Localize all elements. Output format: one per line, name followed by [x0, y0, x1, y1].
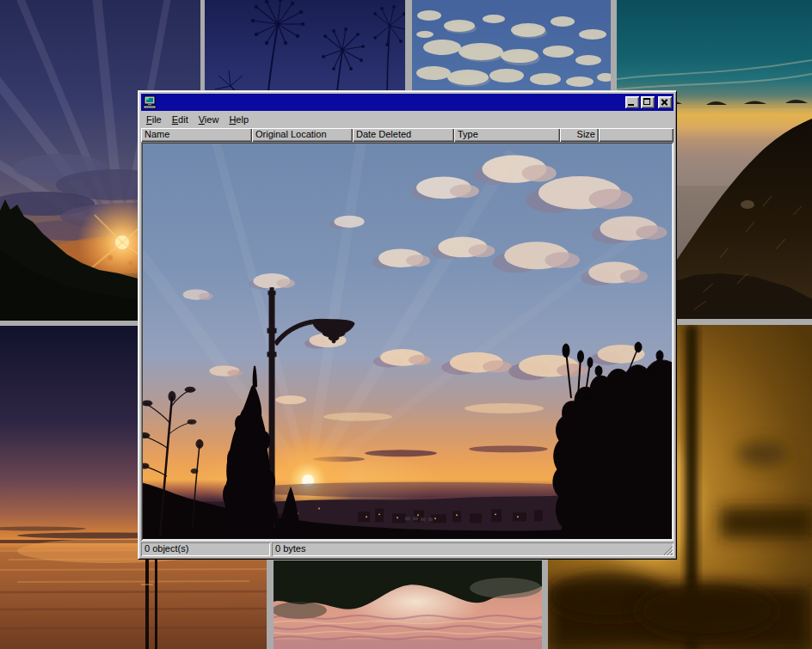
minimize-icon: [628, 104, 634, 106]
close-button[interactable]: [658, 96, 672, 108]
wallpaper-photo-water-reflections: [274, 560, 542, 649]
recycle-bin-window: File Edit View Help Name Original Locati…: [138, 90, 677, 560]
menu-file[interactable]: File: [141, 113, 167, 126]
column-header-filler: [599, 128, 674, 142]
listview-background-photo: [143, 144, 672, 539]
column-header-original-location[interactable]: Original Location: [252, 128, 353, 142]
title-bar[interactable]: [141, 94, 674, 111]
menu-view[interactable]: View: [194, 113, 225, 126]
menu-edit[interactable]: Edit: [167, 113, 194, 126]
column-header-type[interactable]: Type: [454, 128, 560, 142]
menu-bar: File Edit View Help: [141, 112, 674, 127]
menu-help[interactable]: Help: [224, 113, 254, 126]
resize-grip[interactable]: [662, 545, 673, 555]
maximize-button[interactable]: [641, 96, 655, 108]
column-header-size[interactable]: Size: [560, 128, 599, 142]
computer-icon[interactable]: [143, 95, 157, 109]
column-header-date-deleted[interactable]: Date Deleted: [353, 128, 454, 142]
status-bar: 0 object(s) 0 bytes: [141, 542, 674, 556]
column-header-name[interactable]: Name: [141, 128, 252, 142]
maximize-icon: [643, 98, 650, 105]
status-size-text: 0 bytes: [275, 543, 305, 554]
column-header-row: Name Original Location Date Deleted Type…: [141, 128, 674, 142]
status-object-count: 0 object(s): [141, 542, 270, 556]
file-list-view[interactable]: [141, 142, 674, 541]
minimize-button[interactable]: [625, 96, 639, 108]
status-size: 0 bytes: [272, 542, 674, 556]
desktop: { "desktop": { "gap_color": "#ababab", "…: [0, 0, 812, 649]
